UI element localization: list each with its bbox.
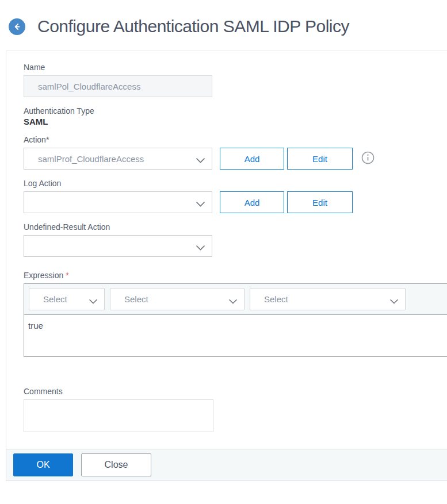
- page-header: Configure Authentication SAML IDP Policy: [9, 17, 349, 36]
- expression-toolbar: Select Select Select: [24, 284, 447, 315]
- expression-select-3-value: Select: [264, 294, 288, 304]
- action-add-button[interactable]: Add: [220, 148, 284, 170]
- auth-type-value: SAML: [24, 117, 447, 126]
- form-content: Name Authentication Type SAML Action* sa…: [6, 51, 447, 432]
- chevron-down-icon: [389, 297, 399, 306]
- action-label: Action*: [24, 135, 447, 144]
- name-input[interactable]: [24, 75, 212, 97]
- expression-select-3[interactable]: Select: [250, 288, 406, 310]
- log-action-label: Log Action: [24, 179, 447, 188]
- undefined-result-action-select[interactable]: [24, 235, 212, 257]
- required-asterisk: *: [66, 271, 68, 280]
- arrow-left-icon: [12, 22, 22, 32]
- name-label: Name: [24, 63, 447, 72]
- back-button[interactable]: [9, 18, 25, 35]
- close-button[interactable]: Close: [81, 453, 151, 476]
- page-title: Configure Authentication SAML IDP Policy: [37, 17, 349, 36]
- expression-select-2[interactable]: Select: [110, 288, 244, 310]
- ok-button[interactable]: OK: [13, 453, 73, 476]
- undefined-result-action-label: Undefined-Result Action: [24, 222, 447, 232]
- comments-input[interactable]: [24, 399, 213, 432]
- chevron-down-icon: [196, 243, 205, 253]
- expression-select-1[interactable]: Select: [29, 288, 105, 310]
- action-select[interactable]: samlProf_CloudflareAccess: [24, 148, 212, 170]
- chevron-down-icon: [228, 297, 238, 306]
- log-action-select[interactable]: [24, 191, 212, 213]
- action-edit-button[interactable]: Edit: [287, 148, 353, 170]
- form-footer: OK Close: [6, 449, 447, 480]
- expression-label: Expression *: [24, 271, 447, 280]
- log-action-add-button[interactable]: Add: [220, 191, 284, 213]
- form-panel: Name Authentication Type SAML Action* sa…: [6, 51, 447, 481]
- action-select-value: samlProf_CloudflareAccess: [38, 154, 144, 164]
- info-icon[interactable]: [361, 151, 375, 167]
- expression-input[interactable]: true: [24, 315, 447, 356]
- log-action-edit-button[interactable]: Edit: [287, 191, 353, 213]
- chevron-down-icon: [89, 297, 98, 306]
- expression-select-1-value: Select: [43, 294, 67, 304]
- auth-type-label: Authentication Type: [24, 106, 447, 116]
- comments-label: Comments: [24, 387, 447, 396]
- chevron-down-icon: [196, 199, 205, 209]
- chevron-down-icon: [196, 156, 205, 166]
- expression-select-2-value: Select: [124, 294, 148, 304]
- expression-editor: Select Select Select: [24, 283, 447, 357]
